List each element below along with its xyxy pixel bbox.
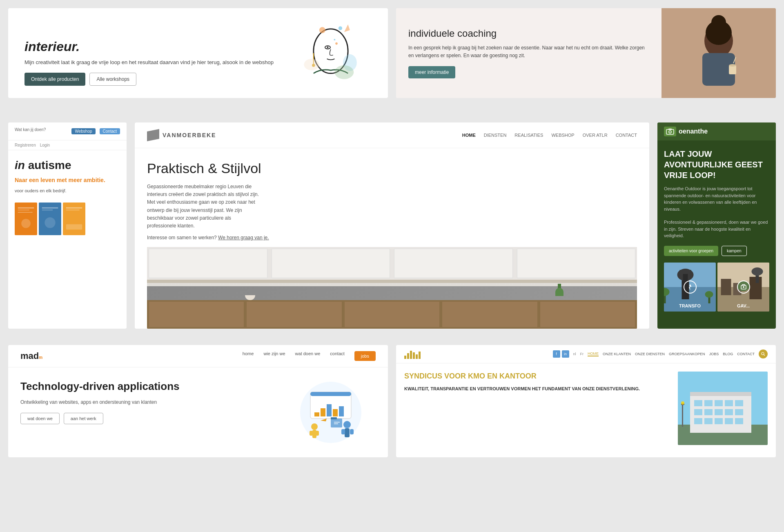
- autisme-register-link[interactable]: Registreren: [15, 143, 36, 147]
- syndicus-nav-group[interactable]: GROEPSAANKOPEN: [669, 352, 705, 356]
- mad-illustration: [286, 380, 376, 445]
- mad-nav-about[interactable]: wie zijn we: [263, 351, 285, 361]
- mad-services-button[interactable]: wat doen we: [20, 413, 60, 424]
- kitchen-scene: [147, 247, 637, 329]
- lang-nl[interactable]: nl: [573, 352, 576, 356]
- autisme-contact-badge[interactable]: Contact: [100, 128, 120, 134]
- oenanthe-images: TRANSFO: [664, 263, 769, 312]
- logo-bar-4: [413, 352, 415, 359]
- logo-bar-5: [416, 354, 418, 359]
- svg-rect-62: [310, 392, 351, 396]
- coaching-photo: [662, 8, 776, 98]
- oenanthe-camps-button[interactable]: kampen: [722, 246, 747, 256]
- svg-rect-85: [690, 392, 751, 396]
- middle-row: Wat kan jij doen? Webshop Contact Regist…: [0, 114, 784, 337]
- svg-rect-100: [735, 418, 743, 424]
- mad-jobs-button[interactable]: jobs: [354, 351, 376, 361]
- svg-rect-22: [18, 207, 34, 209]
- interior-text: interieur. Mijn creativiteit laat ik gra…: [24, 39, 282, 86]
- cabinet-panel-4: [517, 249, 636, 278]
- card-interior: interieur. Mijn creativiteit laat ik gra…: [8, 8, 388, 98]
- svg-rect-52: [721, 279, 731, 295]
- svg-rect-92: [704, 409, 713, 415]
- syndicus-search-button[interactable]: [759, 349, 768, 358]
- syndicus-body: SYNDICUS VOOR KMO EN KANTOOR KWALITEIT, …: [396, 363, 776, 453]
- oenanthe-title: LAAT JOUW AVONTUURLIJKE GEEST VRIJE LOOP…: [664, 149, 769, 180]
- interior-illustration: [290, 20, 372, 86]
- syndicus-nav-blog[interactable]: BLOG: [723, 352, 733, 356]
- vanmoerbeke-nav-over[interactable]: OVER ATLR: [583, 133, 608, 138]
- syndicus-nav-clients[interactable]: ONZE KLANTEN: [603, 352, 631, 356]
- mad-nav-services[interactable]: wat doen we: [295, 351, 321, 361]
- svg-point-2: [339, 26, 342, 30]
- vanmoerbeke-nav-home[interactable]: HOME: [462, 133, 476, 138]
- svg-rect-91: [694, 409, 702, 415]
- vanmoerbeke-logo-text: VANMOERBEKE: [163, 132, 216, 138]
- workshops-button[interactable]: Alle workshops: [89, 73, 136, 86]
- svg-rect-101: [682, 404, 683, 427]
- autisme-header: Wat kan jij doen? Webshop Contact: [8, 122, 127, 140]
- oenanthe-logo: oenanthe: [664, 127, 708, 136]
- autisme-title-italic: in: [15, 159, 25, 171]
- coaching-title: individuele coaching: [408, 28, 649, 39]
- syndicus-social-icon-1[interactable]: f: [553, 350, 560, 358]
- syndicus-nav-contact[interactable]: CONTACT: [737, 352, 755, 356]
- svg-rect-87: [704, 400, 713, 406]
- coaching-more-button[interactable]: meer informatie: [408, 66, 455, 78]
- kitchen-lower-cabinets: [147, 300, 637, 329]
- mad-nav-contact[interactable]: contact: [330, 351, 344, 361]
- svg-rect-28: [42, 210, 53, 211]
- svg-rect-33: [66, 224, 82, 229]
- autisme-login-link[interactable]: Login: [40, 143, 50, 147]
- vanmoerbeke-nav-diensten[interactable]: DIENSTEN: [484, 133, 507, 138]
- mad-description: Ontwikkeling van websites, apps en onder…: [20, 398, 274, 406]
- svg-rect-64: [321, 408, 325, 416]
- oenanthe-description: Oenanthe Outdoor is jouw toegangspoort t…: [664, 185, 769, 212]
- syndicus-social-icon-2[interactable]: in: [562, 350, 569, 358]
- svg-rect-76: [331, 418, 342, 427]
- autisme-webshop-badge[interactable]: Webshop: [71, 128, 95, 134]
- oenanthe-activities-button[interactable]: activiteiten voor groepen: [664, 246, 718, 256]
- syndicus-nav-home[interactable]: HOME: [588, 352, 599, 356]
- lower-panel-5: [540, 302, 635, 327]
- svg-point-4: [327, 47, 329, 48]
- vanmoerbeke-nav-contact[interactable]: CONTACT: [616, 133, 637, 138]
- book-3: [63, 203, 85, 235]
- discover-products-button[interactable]: Ontdek alle producten: [24, 73, 85, 86]
- mad-body: Technology-driven applications Ontwikkel…: [8, 367, 388, 457]
- syndicus-nav-jobs[interactable]: JOBS: [709, 352, 719, 356]
- svg-rect-23: [18, 210, 29, 211]
- lang-fr[interactable]: Fr: [580, 352, 584, 356]
- cabinet-panel-2: [272, 249, 390, 278]
- svg-point-80: [762, 352, 764, 355]
- svg-point-29: [45, 217, 55, 228]
- mad-work-button[interactable]: aan het werk: [64, 413, 103, 424]
- vanmoerbeke-cta-link[interactable]: We horen graag van je.: [218, 235, 269, 240]
- mad-nav-home[interactable]: home: [243, 351, 254, 361]
- oenanthe-header: oenanthe: [657, 122, 776, 140]
- kitchen-countertop: [147, 280, 637, 283]
- interior-title: interieur.: [24, 39, 282, 54]
- svg-rect-63: [314, 412, 319, 416]
- vanmoerbeke-nav-webshop[interactable]: WEBSHOP: [551, 133, 574, 138]
- vanmoerbeke-nav-realisaties[interactable]: REALISATIES: [514, 133, 543, 138]
- mad-logo: madm: [20, 351, 42, 361]
- mad-logo-dot: m: [39, 355, 42, 360]
- svg-rect-95: [735, 409, 743, 415]
- svg-rect-27: [42, 207, 58, 209]
- mad-nav: home wie zijn we wat doen we contact job…: [243, 351, 376, 361]
- svg-rect-71: [316, 431, 319, 436]
- svg-rect-24: [18, 212, 33, 213]
- lower-panel-2: [247, 302, 341, 327]
- card-mad: madm home wie zijn we wat doen we contac…: [8, 345, 388, 457]
- transfo-label: TRANSFO: [679, 303, 701, 308]
- mad-header: madm home wie zijn we wat doen we contac…: [8, 345, 388, 367]
- syndicus-nav-services[interactable]: ONZE DIENSTEN: [635, 352, 665, 356]
- svg-rect-75: [350, 429, 354, 434]
- svg-rect-86: [694, 400, 702, 406]
- svg-rect-74: [341, 429, 345, 434]
- svg-point-25: [21, 219, 31, 228]
- autisme-login-nav: Registreren Login: [8, 140, 127, 150]
- transfo-icon: [684, 280, 697, 294]
- svg-point-103: [681, 401, 684, 405]
